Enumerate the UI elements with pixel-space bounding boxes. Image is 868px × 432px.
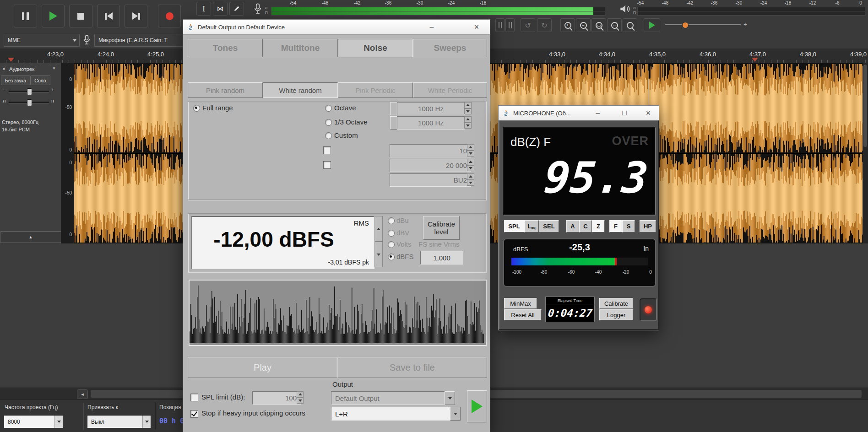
calibrate-level-button[interactable]: Calibrate level (423, 216, 460, 240)
pause-button[interactable] (14, 5, 37, 27)
position-value[interactable]: 00 h 0 (159, 417, 184, 425)
calibrate-button[interactable]: Calibrate (599, 298, 633, 309)
zoom-in-button[interactable]: + (560, 18, 575, 32)
low-frequency-spinner[interactable] (467, 144, 474, 157)
snap-to-select[interactable]: Выкл (87, 415, 151, 428)
high-frequency-spinner[interactable] (467, 159, 474, 171)
track-close-icon[interactable]: × (2, 66, 5, 72)
hp-filter-key[interactable]: HP (640, 220, 656, 232)
play-at-speed-button[interactable] (644, 18, 660, 32)
gain-slider[interactable] (9, 91, 49, 92)
third-octave-stepper-button[interactable] (390, 116, 397, 130)
output-device-dropdown-button[interactable] (445, 391, 455, 405)
toolbar-grabber[interactable] (505, 18, 515, 32)
vertical-scale-ruler[interactable]: 0-500 0-500 (61, 63, 74, 243)
stop-button[interactable] (69, 5, 92, 27)
spl-limit-checkbox[interactable] (190, 394, 198, 401)
mute-button[interactable]: Без звука (1, 76, 30, 85)
octave-spinner[interactable] (464, 102, 472, 114)
octave-radio[interactable] (325, 105, 332, 112)
track-title[interactable]: Аудиотрек (9, 66, 34, 72)
subtab-pink-periodic[interactable]: Pink Periodic (338, 82, 413, 98)
play-meter-bar-right[interactable] (637, 11, 865, 16)
minimize-button[interactable]: – (425, 22, 439, 32)
dbv-radio[interactable] (388, 230, 395, 237)
subtab-white-random[interactable]: White random (263, 82, 338, 98)
skip-end-button[interactable] (125, 5, 147, 27)
save-to-file-button[interactable]: Save to file (337, 357, 487, 378)
rec-meter-bar-right[interactable] (271, 11, 605, 16)
track-menu-icon[interactable]: ▼ (52, 66, 56, 70)
volts-radio[interactable] (388, 241, 395, 248)
stop-clipping-checkbox[interactable] (190, 410, 198, 418)
undo-button[interactable]: ↺ (521, 18, 535, 32)
maximize-button[interactable]: □ (618, 108, 631, 119)
leq-key[interactable]: L eq (524, 220, 539, 232)
zoom-out-button[interactable]: − (576, 18, 591, 32)
subtab-white-periodic[interactable]: White Periodic (413, 82, 487, 98)
tab-sweeps[interactable]: Sweeps (413, 39, 487, 57)
third-octave-frequency-field[interactable]: 1000 Hz (397, 116, 465, 130)
z-weighting-key[interactable]: Z (592, 220, 605, 232)
pan-slider-thumb[interactable] (27, 99, 32, 106)
file-name-spinner[interactable] (467, 173, 474, 186)
gain-slider-thumb[interactable] (27, 88, 32, 95)
spl-limit-spinner[interactable] (297, 391, 304, 404)
channel-dropdown-button[interactable] (450, 407, 461, 421)
full-range-radio[interactable] (193, 105, 200, 112)
spl-limit-field[interactable]: 100 (252, 391, 301, 405)
sel-key[interactable]: SEL (539, 220, 559, 232)
minmax-button[interactable]: MinMax (504, 298, 537, 309)
high-frequency-checkbox[interactable] (323, 161, 331, 169)
fs-sine-field[interactable]: 1,000 (420, 251, 463, 265)
level-spinner[interactable] (374, 216, 383, 267)
output-play-button[interactable] (467, 390, 487, 422)
solo-button[interactable]: Соло (30, 76, 50, 85)
play-speed-slider[interactable] (665, 24, 741, 25)
play-speed-slider-thumb[interactable] (682, 22, 689, 28)
tab-tones[interactable]: Tones (188, 39, 263, 57)
high-frequency-field[interactable]: 20 000 (390, 159, 471, 172)
file-name-field[interactable]: BU2 (390, 173, 471, 187)
tab-multitone[interactable]: Multitone (263, 39, 338, 57)
subtab-pink-random[interactable]: Pink random (188, 82, 263, 98)
octave-frequency-field[interactable]: 1000 Hz (397, 102, 465, 115)
third-octave-spinner[interactable] (464, 116, 472, 129)
zoom-toggle-button[interactable] (623, 18, 637, 32)
dbu-radio[interactable] (388, 217, 395, 224)
scroll-left-button[interactable]: ◂ (77, 389, 88, 399)
third-octave-radio[interactable] (325, 119, 332, 126)
fast-key[interactable]: F (609, 220, 622, 232)
zoom-fit-button[interactable]: ↔ (607, 18, 622, 32)
dbfs-radio[interactable] (388, 254, 395, 260)
toolbar-grabber[interactable] (495, 18, 505, 32)
timeline-marker-icon[interactable] (8, 58, 14, 62)
pan-slider[interactable] (9, 102, 49, 103)
project-rate-select[interactable]: 8000 (4, 415, 63, 428)
zoom-selection-button[interactable]: ▭ (591, 18, 606, 32)
a-weighting-key[interactable]: A (566, 220, 579, 232)
vertical-scrollbar[interactable] (863, 63, 868, 243)
minimize-button[interactable]: – (591, 108, 605, 119)
close-button[interactable]: × (641, 108, 655, 119)
low-frequency-field[interactable]: 10 (390, 144, 471, 157)
logger-button[interactable]: Logger (599, 309, 633, 320)
output-device-select[interactable]: Default Output (331, 391, 445, 405)
c-weighting-key[interactable]: C (579, 220, 592, 232)
custom-radio[interactable] (325, 132, 332, 139)
channel-select[interactable]: L+R (331, 407, 451, 421)
spl-meter-titlebar[interactable]: MICROPHONE (Об... – □ × (499, 106, 659, 121)
redo-button[interactable]: ↻ (537, 18, 552, 32)
timeline-marker-icon[interactable] (752, 58, 758, 62)
audio-host-select[interactable]: MME (4, 34, 80, 47)
record-button[interactable] (158, 5, 181, 27)
collapse-track-button[interactable]: ▲ (0, 231, 61, 243)
reset-all-button[interactable]: Reset All (504, 309, 542, 320)
spl-key[interactable]: SPL (504, 220, 524, 232)
tab-noise[interactable]: Noise (338, 39, 413, 57)
close-button[interactable]: × (470, 22, 483, 32)
slow-key[interactable]: S (622, 220, 635, 232)
low-frequency-checkbox[interactable] (323, 146, 331, 154)
vertical-scrollbar-thumb[interactable] (863, 65, 867, 147)
play-button[interactable] (42, 5, 65, 27)
